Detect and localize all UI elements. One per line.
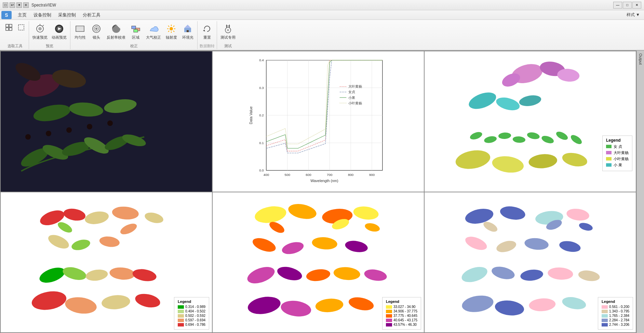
br-swatch-2 bbox=[602, 314, 608, 318]
radiation-label: 辐射度 bbox=[166, 35, 177, 40]
top-right-legend: Legend 女 贞 大叶黄杨 小叶黄杨 小 果 bbox=[602, 136, 632, 171]
menu-capture[interactable]: 采集控制 bbox=[55, 11, 79, 19]
menu-device[interactable]: 设备控制 bbox=[30, 11, 55, 19]
br-item-1: 1.343 - 0.795 bbox=[602, 309, 629, 313]
tb-quick-preview[interactable]: 快速预览 bbox=[31, 23, 49, 41]
bl-item-0: 0.314 - 0.989 bbox=[178, 305, 205, 309]
tb-region[interactable]: 区域 bbox=[128, 23, 143, 41]
bl-swatch-1 bbox=[178, 310, 184, 313]
bm-item-1: 34.906 - 37.775 bbox=[386, 309, 417, 313]
svg-text:0.1: 0.1 bbox=[259, 141, 264, 145]
bl-swatch-3 bbox=[178, 319, 184, 322]
tb-reflectance[interactable]: 反射率校准 bbox=[105, 23, 127, 41]
sidebar-label: Output bbox=[639, 53, 643, 65]
app-icon-letter: S bbox=[5, 12, 8, 18]
tb-select2[interactable] bbox=[16, 23, 27, 32]
tb-test[interactable]: 测试专用 bbox=[219, 23, 237, 41]
bm-label-1: 34.906 - 37.775 bbox=[393, 309, 417, 313]
icon-4: ≡ bbox=[23, 2, 29, 8]
svg-marker-33 bbox=[184, 25, 191, 28]
titlebar-icons: □ ↩ ✦ ≡ bbox=[3, 2, 29, 8]
bm-swatch-3 bbox=[386, 319, 392, 322]
anim-preview-icon bbox=[54, 23, 65, 34]
svg-text:800: 800 bbox=[348, 173, 354, 177]
anim-preview-label: 动画预览 bbox=[52, 35, 67, 40]
app-icon: S bbox=[1, 11, 12, 19]
bl-label-4: 0.694 - 0.786 bbox=[185, 323, 205, 326]
select2-icon bbox=[17, 23, 25, 31]
select-buttons bbox=[3, 21, 27, 32]
bottom-right-legend: Legend 0.561 - 0.200 1.343 - 0.795 1.765… bbox=[598, 297, 633, 330]
menu-analysis[interactable]: 分析工具 bbox=[79, 11, 104, 19]
br-swatch-1 bbox=[602, 310, 608, 313]
atmosphere-icon bbox=[148, 23, 159, 34]
tb-uniform[interactable]: 均匀性 bbox=[72, 23, 88, 41]
style-button[interactable]: 样式 ▼ bbox=[624, 11, 643, 18]
bl-item-3: 0.597 - 0.694 bbox=[178, 318, 205, 322]
bm-swatch-1 bbox=[386, 310, 392, 313]
spectral-map-cell[interactable]: Legend 0.561 - 0.200 1.343 - 0.795 1.765… bbox=[425, 192, 636, 333]
tb-reset[interactable]: 重置 bbox=[200, 23, 215, 41]
uniform-label: 均匀性 bbox=[75, 35, 86, 40]
bl-label-1: 0.404 - 0.502 bbox=[185, 309, 205, 313]
tb-ambient[interactable]: 环境光 bbox=[180, 23, 195, 41]
window-controls[interactable]: — □ ✕ bbox=[613, 2, 641, 9]
preview-label: 预览 bbox=[31, 43, 68, 49]
tb-select1[interactable] bbox=[3, 23, 14, 32]
region-label: 区域 bbox=[132, 35, 139, 40]
tr-legend-item-3: 小 果 bbox=[606, 163, 629, 168]
photo-cell[interactable] bbox=[1, 51, 212, 192]
bm-swatch-4 bbox=[386, 323, 392, 326]
right-sidebar: Output bbox=[636, 51, 644, 333]
atmosphere-label: 大气校正 bbox=[146, 35, 161, 40]
chart-cell[interactable]: 400500600700800900Wavelength (nm)0.00.10… bbox=[213, 51, 424, 192]
quick-preview-label: 快速预览 bbox=[32, 35, 48, 40]
bl-item-1: 0.404 - 0.502 bbox=[178, 309, 205, 313]
menubar: S 主页 设备控制 采集控制 分析工具 样式 ▼ bbox=[0, 10, 644, 20]
close-button[interactable]: ✕ bbox=[632, 2, 641, 9]
lens-label: 镜头 bbox=[93, 35, 100, 40]
bottom-mid-legend: Legend 33.027 - 34.90 34.906 - 37.775 37… bbox=[382, 297, 421, 330]
tr-legend-item-1: 大叶黄杨 bbox=[606, 150, 629, 155]
svg-line-30 bbox=[173, 26, 174, 27]
false-color-cell[interactable]: Legend 0.314 - 0.989 0.404 - 0.502 0.502… bbox=[1, 192, 212, 333]
calib-buttons: 均匀性 镜头 反射率校准 区域 bbox=[72, 21, 195, 41]
svg-text:0.0: 0.0 bbox=[259, 168, 264, 172]
bm-label-0: 33.027 - 34.90 bbox=[393, 305, 416, 309]
svg-marker-35 bbox=[203, 29, 205, 31]
reset-icon bbox=[202, 23, 213, 34]
test-label: 测试专用 bbox=[220, 35, 236, 40]
tb-lens[interactable]: 镜头 bbox=[89, 23, 104, 41]
ambient-icon bbox=[182, 23, 193, 34]
svg-text:小叶黄杨: 小叶黄杨 bbox=[348, 101, 362, 105]
reset-label: 重置 bbox=[203, 35, 211, 40]
tb-anim-preview[interactable]: 动画预览 bbox=[50, 23, 68, 41]
br-label-3: 2.284 - 2.784 bbox=[609, 318, 629, 322]
test-buttons: 测试专用 bbox=[219, 21, 237, 41]
svg-point-40 bbox=[227, 29, 229, 31]
minimize-button[interactable]: — bbox=[613, 2, 622, 9]
svg-text:Data Value: Data Value bbox=[249, 106, 253, 124]
tb-atmosphere[interactable]: 大气校正 bbox=[145, 23, 162, 41]
svg-rect-2 bbox=[6, 28, 9, 30]
thermal-cell[interactable]: Legend 33.027 - 34.90 34.906 - 37.775 37… bbox=[213, 192, 424, 333]
tb-radiation[interactable]: 辐射度 bbox=[164, 23, 179, 41]
svg-text:900: 900 bbox=[369, 173, 375, 177]
br-label-4: 2.744 - 3.206 bbox=[609, 323, 629, 326]
calib-label: 校正 bbox=[72, 43, 195, 49]
bl-swatch-4 bbox=[178, 323, 184, 326]
br-label-1: 1.343 - 0.795 bbox=[609, 309, 629, 313]
classification-cell[interactable]: Legend 女 贞 大叶黄杨 小叶黄杨 小 果 bbox=[425, 51, 636, 192]
quick-preview-icon bbox=[35, 23, 45, 34]
br-swatch-0 bbox=[602, 305, 608, 309]
maximize-button[interactable]: □ bbox=[623, 2, 632, 9]
select-label: 选取工具 bbox=[3, 43, 27, 49]
bm-item-2: 37.775 - 40.645 bbox=[386, 314, 417, 318]
menu-home[interactable]: 主页 bbox=[14, 11, 30, 19]
svg-text:小果: 小果 bbox=[348, 96, 355, 100]
select1-icon bbox=[5, 23, 13, 31]
reflectance-icon bbox=[111, 23, 122, 34]
svg-point-18 bbox=[95, 28, 97, 30]
tr-label-0: 女 贞 bbox=[614, 144, 622, 149]
bm-swatch-2 bbox=[386, 314, 392, 318]
